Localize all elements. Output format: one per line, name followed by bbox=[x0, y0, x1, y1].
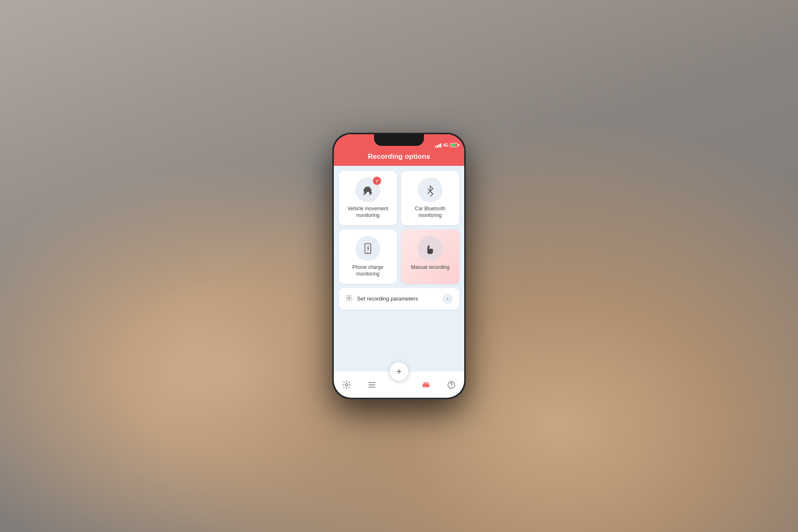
signal-bar-4 bbox=[440, 143, 441, 148]
phone-charge-label: Phone charge monitoring bbox=[344, 264, 392, 277]
option-vehicle-movement[interactable]: ✓ Vehicle movement monitoring bbox=[339, 171, 397, 225]
option-car-bluetooth[interactable]: Car Bluetooth monitoring bbox=[401, 171, 459, 225]
svg-rect-13 bbox=[428, 245, 429, 248]
car-bluetooth-label: Car Bluetooth monitoring bbox=[406, 206, 454, 219]
svg-point-15 bbox=[345, 384, 348, 386]
fab-add-button[interactable]: + bbox=[389, 362, 409, 381]
car-bluetooth-icon-circle bbox=[418, 177, 443, 202]
svg-rect-22 bbox=[423, 384, 430, 387]
phone-screen: 4G Recording options bbox=[334, 134, 464, 398]
network-type: 4G bbox=[443, 143, 448, 148]
svg-point-24 bbox=[427, 386, 429, 388]
manual-recording-label: Manual recording bbox=[411, 264, 450, 271]
signal-bar-3 bbox=[438, 144, 440, 148]
manual-recording-icon-circle bbox=[418, 236, 443, 261]
nav-list-icon bbox=[367, 380, 377, 389]
app-title: Recording options bbox=[368, 153, 430, 160]
fab-plus-icon: + bbox=[397, 366, 402, 377]
signal-bar-2 bbox=[437, 145, 438, 148]
phone-device: 4G Recording options bbox=[332, 133, 466, 399]
svg-point-12 bbox=[367, 252, 368, 253]
battery-icon bbox=[450, 143, 458, 147]
nav-item-settings[interactable] bbox=[339, 379, 355, 391]
option-manual-recording[interactable]: Manual recording bbox=[401, 229, 459, 284]
status-icons: 4G bbox=[435, 143, 458, 148]
nav-settings-icon bbox=[342, 380, 351, 389]
svg-line-5 bbox=[364, 194, 366, 195]
params-gear-icon bbox=[345, 294, 353, 303]
battery-fill bbox=[451, 144, 456, 146]
signal-bars bbox=[435, 143, 441, 148]
nav-help-icon bbox=[447, 380, 456, 389]
nav-car-icon bbox=[421, 380, 431, 389]
bluetooth-svg bbox=[424, 183, 437, 197]
svg-rect-19 bbox=[369, 382, 370, 383]
svg-rect-21 bbox=[369, 387, 370, 387]
svg-point-23 bbox=[424, 386, 426, 388]
svg-rect-1 bbox=[365, 187, 370, 190]
gear-svg bbox=[345, 294, 353, 302]
vehicle-movement-icon-circle: ✓ bbox=[355, 177, 380, 202]
svg-rect-25 bbox=[424, 383, 428, 385]
svg-line-4 bbox=[363, 193, 365, 194]
phone-charge-svg bbox=[361, 242, 374, 255]
hand-svg bbox=[424, 242, 437, 255]
params-row[interactable]: Set recording parameters › bbox=[339, 288, 459, 310]
phone-wrapper: 4G Recording options bbox=[332, 133, 466, 399]
svg-rect-20 bbox=[369, 384, 370, 385]
nav-item-list[interactable] bbox=[364, 379, 380, 391]
phone-charge-icon-circle bbox=[355, 236, 380, 261]
params-chevron-icon: › bbox=[443, 294, 453, 304]
option-phone-charge[interactable]: Phone charge monitoring bbox=[339, 229, 397, 284]
signal-bar-1 bbox=[435, 146, 436, 148]
phone-notch bbox=[374, 134, 424, 146]
params-label: Set recording parameters bbox=[357, 296, 438, 303]
svg-point-27 bbox=[451, 386, 452, 387]
app-content: ✓ Vehicle movement monitoring bbox=[334, 166, 464, 371]
nav-item-car[interactable] bbox=[418, 379, 434, 391]
nav-item-help[interactable] bbox=[443, 379, 459, 391]
bottom-nav: + bbox=[334, 371, 464, 398]
vehicle-movement-label: Vehicle movement monitoring bbox=[344, 206, 392, 219]
car-skid-svg bbox=[361, 183, 375, 197]
app-header: Recording options bbox=[334, 149, 464, 166]
selected-badge: ✓ bbox=[373, 177, 381, 185]
options-grid: ✓ Vehicle movement monitoring bbox=[339, 171, 459, 284]
svg-point-14 bbox=[348, 297, 350, 299]
